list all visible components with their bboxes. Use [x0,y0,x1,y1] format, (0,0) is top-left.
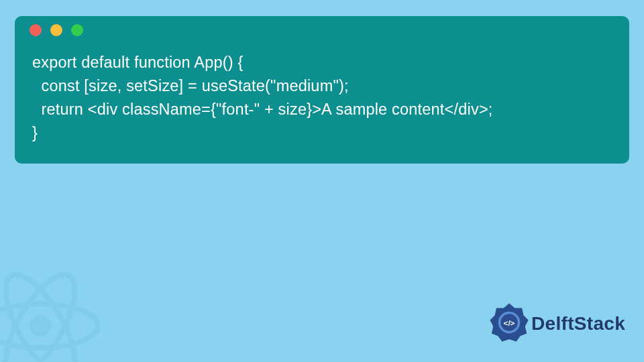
code-window: export default function App() { const [s… [15,16,629,164]
code-line: export default function App() { [32,54,244,71]
svg-point-0 [30,315,51,337]
code-line: } [32,124,38,141]
svg-text:</>: </> [504,318,515,327]
close-icon [30,24,42,36]
delftstack-logo-icon: </> [490,303,529,345]
brand-name: DelftStack [531,313,625,335]
code-line: const [size, setSize] = useState("medium… [32,77,349,95]
window-titlebar [15,16,629,44]
minimize-icon [50,24,62,36]
code-line: return <div className={"font-" + size}>A… [32,101,493,118]
react-logo-watermark-icon [0,272,101,362]
maximize-icon [71,24,83,36]
brand-badge: </> DelftStack [490,303,625,345]
code-block: export default function App() { const [s… [15,44,629,145]
